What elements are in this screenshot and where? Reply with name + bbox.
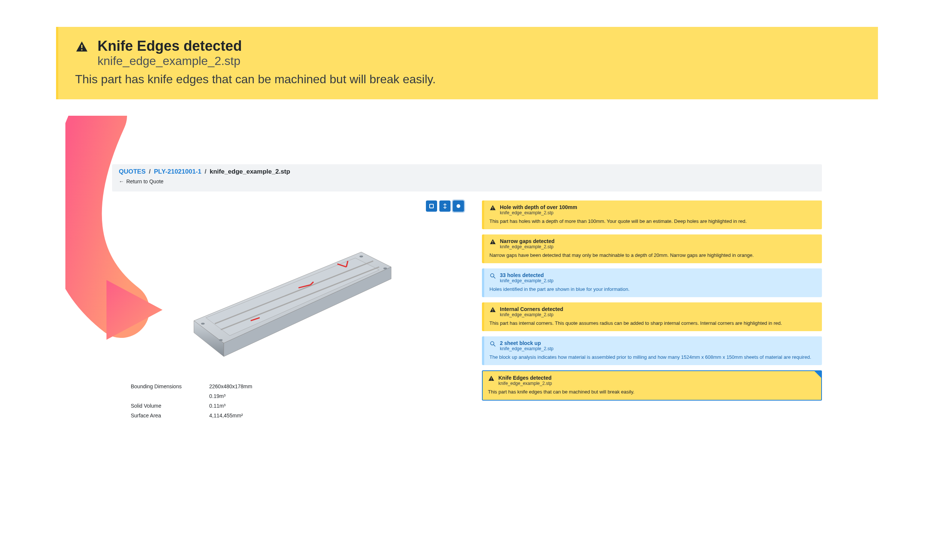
svg-rect-14 — [492, 241, 493, 243]
bounding-dims-label: Bounding Dimensions — [131, 383, 209, 389]
issue-title: Knife Edges detected — [498, 375, 552, 381]
issue-card[interactable]: Internal Corners detectedknife_edge_exam… — [482, 302, 822, 331]
alert-subtitle: knife_edge_example_2.stp — [97, 54, 242, 68]
warning-icon — [489, 205, 496, 211]
issue-card[interactable]: Hole with depth of over 100mmknife_edge_… — [482, 200, 822, 229]
svg-line-17 — [493, 277, 495, 278]
issue-filename: knife_edge_example_2.stp — [498, 381, 552, 386]
warning-icon — [488, 375, 495, 382]
bounding-dims-value: 2260x480x178mm — [209, 383, 252, 389]
svg-rect-18 — [492, 309, 493, 311]
issue-message: Narrow gaps have been detected that may … — [489, 252, 817, 258]
bounding-volume-value: 0.19m³ — [209, 393, 226, 399]
warning-icon — [489, 306, 496, 313]
svg-rect-22 — [491, 377, 492, 379]
svg-point-9 — [219, 339, 223, 341]
issue-title: Internal Corners detected — [500, 306, 563, 312]
svg-rect-23 — [491, 380, 492, 380]
surface-area-value: 4,114,455mm² — [209, 412, 243, 418]
issue-card[interactable]: 2 sheet block upknife_edge_example_2.stp… — [482, 336, 822, 365]
svg-point-3 — [456, 204, 460, 208]
issue-message: This part has internal corners. This quo… — [489, 320, 817, 326]
svg-rect-19 — [492, 311, 493, 312]
issue-filename: knife_edge_example_2.stp — [500, 210, 577, 215]
svg-line-21 — [493, 345, 495, 346]
issue-message: This part has holes with a depth of more… — [489, 218, 817, 224]
svg-rect-12 — [492, 207, 493, 209]
solid-volume-label: Solid Volume — [131, 403, 209, 409]
issue-title: Hole with depth of over 100mm — [500, 204, 577, 210]
solid-volume-value: 0.11m³ — [209, 403, 226, 409]
search-icon — [489, 272, 496, 279]
issue-card[interactable]: 33 holes detectedknife_edge_example_2.st… — [482, 268, 822, 297]
issue-message: This part has knife edges that can be ma… — [488, 389, 816, 395]
issue-card[interactable]: Narrow gaps detectedknife_edge_example_2… — [482, 234, 822, 263]
svg-point-16 — [490, 274, 494, 277]
search-icon — [489, 340, 496, 347]
surface-area-label: Surface Area — [131, 412, 209, 418]
issue-message: The block up analysis indicates how mate… — [489, 354, 817, 360]
breadcrumb: QUOTES / PLY-21021001-1 / knife_edge_exa… — [119, 168, 815, 175]
svg-point-20 — [490, 342, 494, 345]
square-icon — [429, 203, 434, 209]
svg-rect-15 — [492, 243, 493, 244]
view-shaded-button[interactable] — [453, 200, 464, 212]
svg-point-11 — [383, 268, 387, 269]
view-wireframe-button[interactable] — [426, 200, 437, 212]
issue-card[interactable]: Knife Edges detectedknife_edge_example_2… — [482, 370, 822, 401]
warning-icon — [75, 40, 89, 54]
issue-filename: knife_edge_example_2.stp — [500, 244, 555, 249]
breadcrumb-current: knife_edge_example_2.stp — [210, 168, 290, 175]
issue-filename: knife_edge_example_2.stp — [500, 278, 553, 283]
warning-icon — [489, 238, 496, 245]
svg-rect-13 — [492, 209, 493, 210]
view-orient-button[interactable] — [439, 200, 450, 212]
issue-title: Narrow gaps detected — [500, 238, 555, 244]
alert-banner: Knife Edges detected knife_edge_example_… — [56, 27, 878, 99]
issue-filename: knife_edge_example_2.stp — [500, 346, 553, 351]
dimensions-table: Bounding Dimensions 2260x480x178mm 0.19m… — [131, 383, 467, 418]
svg-point-8 — [201, 323, 205, 325]
svg-rect-2 — [430, 204, 433, 208]
issue-message: Holes identified in the part are shown i… — [489, 286, 817, 292]
circle-icon — [456, 203, 461, 209]
alert-title: Knife Edges detected — [97, 38, 242, 54]
issues-panel: Hole with depth of over 100mmknife_edge_… — [482, 200, 822, 422]
breadcrumb-sep: / — [205, 168, 207, 175]
svg-rect-1 — [82, 49, 83, 51]
svg-point-10 — [359, 256, 363, 258]
svg-rect-0 — [82, 45, 83, 48]
issue-title: 2 sheet block up — [500, 340, 553, 346]
alert-message: This part has knife edges that can be ma… — [75, 72, 861, 86]
arrows-icon — [442, 203, 448, 209]
callout-arrow — [65, 116, 166, 340]
issue-filename: knife_edge_example_2.stp — [500, 312, 563, 317]
breadcrumb-bar: QUOTES / PLY-21021001-1 / knife_edge_exa… — [112, 164, 822, 192]
issue-title: 33 holes detected — [500, 272, 553, 278]
viewer-container: QUOTES / PLY-21021001-1 / knife_edge_exa… — [112, 164, 822, 538]
